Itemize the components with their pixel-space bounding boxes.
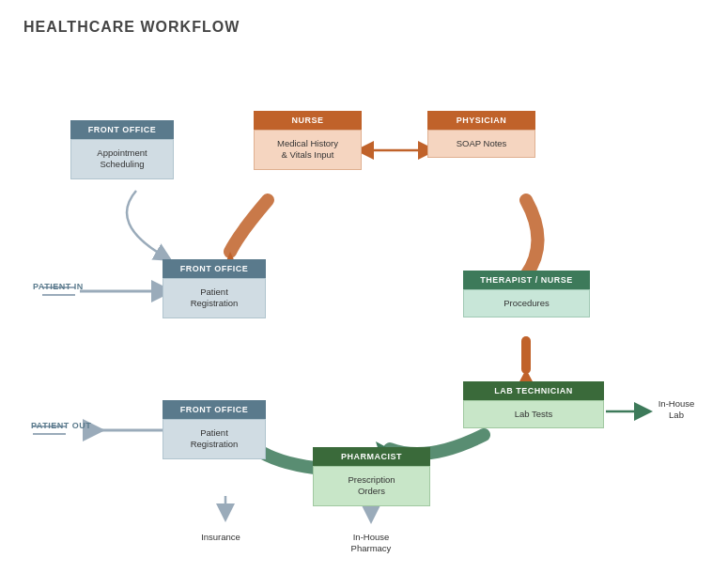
node-therapist-nurse: THERAPIST / NURSE Procedures (463, 271, 590, 317)
node-lab-technician-header: LAB TECHNICIAN (463, 381, 604, 400)
node-physician: PHYSICIAN SOAP Notes (427, 111, 535, 158)
node-front-office-3: FRONT OFFICE PatientRegistration (163, 400, 266, 459)
page-title: HEALTHCARE WORKFLOW (23, 19, 705, 36)
node-front-office-1: FRONT OFFICE AppointmentScheduling (70, 120, 174, 179)
node-physician-body: SOAP Notes (427, 130, 535, 158)
node-therapist-nurse-header: THERAPIST / NURSE (463, 271, 590, 289)
node-front-office-3-body: PatientRegistration (163, 419, 266, 459)
node-front-office-1-header: FRONT OFFICE (70, 120, 174, 139)
node-lab-technician-body: Lab Tests (463, 400, 604, 428)
node-inhouse-lab: In-HouseLab (634, 391, 719, 429)
node-front-office-2: FRONT OFFICE PatientRegistration (163, 259, 266, 318)
node-front-office-1-body: AppointmentScheduling (70, 139, 174, 179)
node-front-office-2-body: PatientRegistration (163, 278, 266, 318)
node-insurance-body: Insurance (169, 524, 272, 550)
node-front-office-3-header: FRONT OFFICE (163, 400, 266, 419)
page: HEALTHCARE WORKFLOW (0, 0, 728, 573)
patient-in-label: PATIENT IN (33, 282, 84, 291)
node-insurance: Insurance (169, 524, 272, 550)
diagram: FRONT OFFICE AppointmentScheduling NURSE… (23, 45, 705, 571)
node-lab-technician: LAB TECHNICIAN Lab Tests (463, 381, 604, 428)
node-nurse-body: Medical History& Vitals Input (254, 130, 362, 170)
node-pharmacist-header: PHARMACIST (313, 447, 430, 466)
node-pharmacist-body: PrescriptionOrders (313, 466, 430, 506)
node-nurse: NURSE Medical History& Vitals Input (254, 111, 362, 170)
node-inhouse-pharmacy: In-HousePharmacy (319, 524, 423, 563)
patient-out-label: PATIENT OUT (31, 421, 91, 430)
node-front-office-2-header: FRONT OFFICE (163, 259, 266, 278)
node-therapist-nurse-body: Procedures (463, 289, 590, 317)
node-nurse-header: NURSE (254, 111, 362, 130)
node-inhouse-lab-body: In-HouseLab (634, 391, 719, 429)
node-pharmacist: PHARMACIST PrescriptionOrders (313, 447, 430, 506)
node-inhouse-pharmacy-body: In-HousePharmacy (319, 524, 423, 563)
node-physician-header: PHYSICIAN (427, 111, 535, 130)
